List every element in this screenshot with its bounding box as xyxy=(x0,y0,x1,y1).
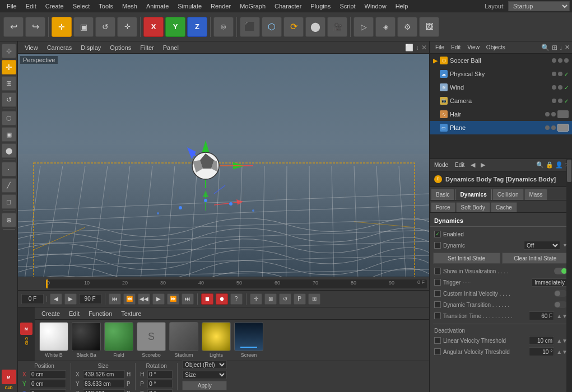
material-swatch-field[interactable]: Field xyxy=(104,322,133,358)
rot-h-input[interactable] xyxy=(147,370,173,379)
go-start-btn[interactable]: ⏮ xyxy=(109,293,121,305)
angular-thresh-checkbox[interactable] xyxy=(434,348,441,355)
object-mode-btn[interactable]: ⬡ xyxy=(2,111,16,125)
start-frame-input[interactable] xyxy=(21,294,44,304)
attr-edit-menu[interactable]: Edit xyxy=(453,161,467,169)
vp-icons-close[interactable]: ✕ xyxy=(421,44,427,52)
angular-thresh-input[interactable] xyxy=(529,347,554,356)
mat-menu-function[interactable]: Function xyxy=(84,309,117,318)
obj-row-soccerball[interactable]: ▶ ⬡ Soccer Ball xyxy=(430,54,572,67)
z-axis-button[interactable]: Z xyxy=(187,17,207,37)
mat-menu-create[interactable]: Create xyxy=(37,309,64,318)
om-down-icon[interactable]: ↓ xyxy=(560,44,563,51)
nurbs-button[interactable]: ⬡ xyxy=(262,17,282,37)
interp-select[interactable]: Object (Rel) xyxy=(182,361,227,369)
dynamic-checkbox[interactable] xyxy=(434,242,441,249)
selection-tool[interactable]: ⊹ xyxy=(2,44,16,58)
z-size-input[interactable] xyxy=(83,389,125,392)
enabled-checkbox[interactable]: ✓ xyxy=(434,231,441,237)
scale-tool[interactable]: ⊞ xyxy=(2,76,16,91)
om-edit[interactable]: Edit xyxy=(448,43,464,52)
attr-next-btn[interactable]: ▶ xyxy=(479,161,487,169)
obj-row-physicalsky[interactable]: ☁ Physical Sky ✓ xyxy=(430,67,572,81)
vp-menu-filter[interactable]: Filter xyxy=(136,43,158,52)
play-btn[interactable]: ▶ xyxy=(152,293,165,305)
custom-vel-checkbox[interactable] xyxy=(434,290,441,297)
keyframe-del-btn[interactable]: ⊠ xyxy=(264,293,277,305)
menu-animate[interactable]: Animate xyxy=(142,2,173,11)
poly-mode-btn[interactable]: ◻ xyxy=(2,194,16,209)
custom-vel-toggle[interactable] xyxy=(554,290,568,297)
tab-softbody[interactable]: Soft Body xyxy=(456,202,490,212)
camera-tool-button[interactable]: 🎥 xyxy=(327,17,347,37)
vp-menu-options[interactable]: Options xyxy=(105,43,136,52)
go-end-btn[interactable]: ⏭ xyxy=(182,293,194,305)
layout-select[interactable]: Startup xyxy=(508,1,570,11)
render-button[interactable]: ▷ xyxy=(354,17,374,37)
attr-user-icon[interactable]: 👤 xyxy=(555,161,563,169)
obj-row-camera[interactable]: 📷 Camera ✓ xyxy=(430,94,572,108)
rotate-tool[interactable]: ↺ xyxy=(2,92,16,107)
z-pos-input[interactable] xyxy=(30,389,66,392)
next-frame-btn[interactable]: ▶ xyxy=(64,293,77,305)
menu-mograph[interactable]: MoGraph xyxy=(235,2,270,11)
trigger-checkbox[interactable] xyxy=(434,279,441,286)
vp-menu-panel[interactable]: Panel xyxy=(159,43,183,52)
menu-script[interactable]: Script xyxy=(335,2,360,11)
linear-thresh-checkbox[interactable] xyxy=(434,337,441,344)
undo-button[interactable]: ↩ xyxy=(3,17,24,37)
y-size-input[interactable] xyxy=(83,380,125,388)
redo-button[interactable]: ↪ xyxy=(25,17,45,37)
material-swatch-stadium[interactable]: Stadium xyxy=(169,322,198,358)
keyframe-add-btn[interactable]: ✛ xyxy=(250,293,262,305)
material-swatch-black[interactable]: Black Ba xyxy=(72,322,101,358)
y-pos-input[interactable] xyxy=(30,380,66,388)
material-swatch-white[interactable]: White B xyxy=(39,322,68,358)
trans-time-checkbox[interactable] xyxy=(434,312,441,319)
vp-icons-fullscreen[interactable]: ⬜ xyxy=(405,44,413,52)
dynamic-trans-checkbox[interactable] xyxy=(434,301,441,308)
coord-btn[interactable]: ◎ xyxy=(213,17,234,37)
auto-key-btn[interactable]: ? xyxy=(230,293,243,305)
menu-mesh[interactable]: Mesh xyxy=(118,2,142,11)
edge-mode-btn[interactable]: ╱ xyxy=(2,178,16,193)
menu-tools[interactable]: Tools xyxy=(94,2,118,11)
obj-row-wind[interactable]: ≋ Wind ✓ xyxy=(430,81,572,94)
material-swatch-screen[interactable]: Screen xyxy=(234,322,263,358)
show-vis-toggle[interactable] xyxy=(554,268,568,274)
tab-cache[interactable]: Cache xyxy=(491,202,517,212)
dynamic-trans-toggle[interactable] xyxy=(554,301,568,308)
point-mode-btn[interactable]: · xyxy=(2,162,16,176)
x-pos-input[interactable] xyxy=(30,370,66,379)
record-btn[interactable]: ⏺ xyxy=(216,293,228,305)
menu-edit[interactable]: Edit xyxy=(21,2,41,11)
menu-file[interactable]: File xyxy=(2,2,21,11)
om-objects[interactable]: Objects xyxy=(483,43,509,52)
linear-thresh-input[interactable] xyxy=(529,336,554,345)
texture-mode-btn[interactable]: ⬤ xyxy=(2,143,16,158)
tab-dynamics[interactable]: Dynamics xyxy=(455,189,491,200)
menu-character[interactable]: Character xyxy=(270,2,306,11)
tab-force[interactable]: Force xyxy=(431,202,455,212)
om-close-icon[interactable]: ✕ xyxy=(565,44,570,51)
stop-btn[interactable]: ⏹ xyxy=(201,293,213,305)
step-fwd-btn[interactable]: ⏩ xyxy=(167,293,179,305)
attr-search-icon[interactable]: 🔍 xyxy=(536,161,544,169)
attr-lock-icon[interactable]: 🔒 xyxy=(546,161,554,169)
extra-btn[interactable]: ⊞ xyxy=(308,293,320,305)
mat-menu-edit[interactable]: Edit xyxy=(64,309,84,318)
om-search-icon[interactable]: 🔍 xyxy=(541,44,550,52)
tab-mass[interactable]: Mass xyxy=(524,189,548,200)
menu-select[interactable]: Select xyxy=(68,2,95,11)
x-axis-button[interactable]: X xyxy=(143,17,164,37)
clear-initial-state-button[interactable]: Clear Initial State xyxy=(502,253,569,264)
play-back-btn[interactable]: ◀◀ xyxy=(138,293,150,305)
menu-simulate[interactable]: Simulate xyxy=(173,2,206,11)
x-size-input[interactable] xyxy=(83,370,125,379)
select-button[interactable]: ✛ xyxy=(117,17,137,37)
move-button[interactable]: ✛ xyxy=(52,17,72,37)
step-back-btn[interactable]: ⏪ xyxy=(123,293,136,305)
motion-btn[interactable]: P xyxy=(294,293,306,305)
rotate-button[interactable]: ↺ xyxy=(95,17,115,37)
om-view[interactable]: View xyxy=(464,43,483,52)
